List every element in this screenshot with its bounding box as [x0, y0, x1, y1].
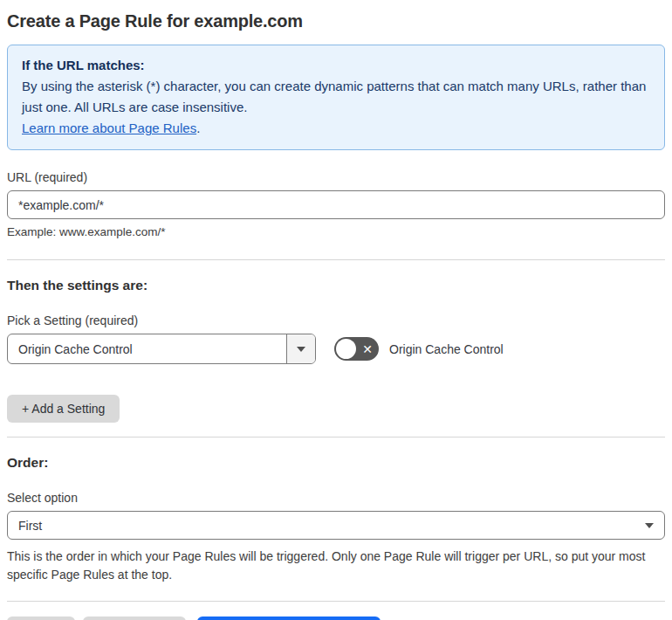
- cancel-button[interactable]: Cancel: [7, 617, 75, 620]
- info-box-body: By using the asterisk (*) character, you…: [22, 76, 650, 118]
- order-help-text: This is the order in which your Page Rul…: [7, 548, 665, 584]
- setting-select-value: Origin Cache Control: [8, 334, 286, 363]
- url-field-label: URL (required): [7, 169, 665, 185]
- add-setting-button[interactable]: + Add a Setting: [7, 395, 120, 423]
- info-box-link-line: Learn more about Page Rules.: [22, 118, 650, 139]
- setting-row: Origin Cache Control ✕ Origin Cache Cont…: [7, 334, 665, 364]
- order-select-label: Select option: [7, 490, 665, 506]
- setting-select-arrow-segment[interactable]: [286, 334, 315, 363]
- save-as-draft-button[interactable]: Save as Draft: [83, 617, 187, 620]
- url-field-help: Example: www.example.com/*: [7, 225, 665, 238]
- order-select[interactable]: First: [7, 511, 665, 540]
- chevron-down-icon: [645, 523, 654, 528]
- pick-setting-label: Pick a Setting (required): [7, 313, 665, 328]
- url-match-info-box: If the URL matches: By using the asteris…: [7, 45, 665, 150]
- url-input[interactable]: [7, 190, 665, 219]
- divider: [7, 437, 665, 437]
- footer-actions: Cancel Save as Draft Save and Deploy Pag…: [7, 617, 665, 620]
- order-section-heading: Order:: [7, 455, 665, 471]
- page-title: Create a Page Rule for example.com: [7, 7, 665, 33]
- origin-cache-control-toggle[interactable]: ✕: [334, 337, 379, 361]
- divider: [7, 259, 665, 260]
- chevron-down-icon: [297, 347, 305, 352]
- order-select-value: First: [18, 519, 42, 533]
- save-and-deploy-button[interactable]: Save and Deploy Page Rule: [197, 617, 381, 620]
- toggle-off-x-icon: ✕: [362, 342, 373, 355]
- setting-select[interactable]: Origin Cache Control: [7, 334, 316, 364]
- divider: [7, 601, 665, 602]
- toggle-label: Origin Cache Control: [389, 342, 504, 356]
- info-box-heading: If the URL matches:: [22, 55, 650, 76]
- link-suffix: .: [196, 121, 200, 135]
- learn-more-link[interactable]: Learn more about Page Rules: [22, 121, 196, 135]
- settings-section-heading: Then the settings are:: [7, 278, 665, 293]
- toggle-knob: [336, 339, 356, 359]
